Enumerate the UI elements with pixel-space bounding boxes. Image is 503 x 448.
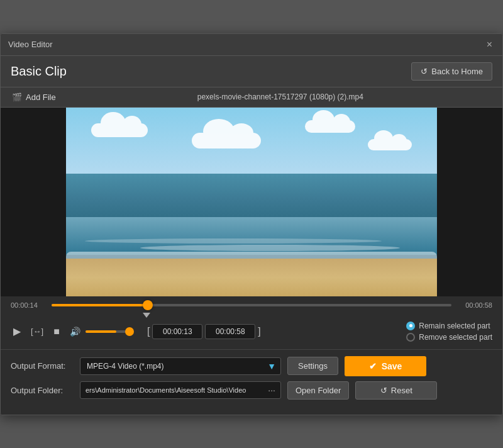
remove-radio[interactable]	[406, 333, 415, 342]
format-label: Output Format:	[11, 361, 74, 371]
bracket-left-button[interactable]: [	[147, 326, 150, 337]
remove-option[interactable]: Remove selected part	[406, 333, 492, 342]
file-name-label: pexels-movie-channet-17517297 (1080p) (2…	[66, 92, 495, 101]
header: Basic Clip ↺ Back to Home	[1, 56, 502, 87]
volume-icon-button[interactable]: 🔊	[67, 325, 83, 338]
video-editor-window: Video Editor × Basic Clip ↺ Back to Home…	[0, 33, 503, 415]
timeline-end-time: 00:00:58	[458, 301, 492, 309]
save-button[interactable]: ✔ Save	[345, 356, 426, 376]
folder-path-display: ers\Administrator\Documents\Aiseesoft St…	[80, 381, 281, 399]
trim-marker	[143, 313, 150, 318]
add-file-button[interactable]: 🎬 Add File	[8, 91, 60, 103]
title-bar: Video Editor ×	[1, 34, 502, 56]
wave-line-1	[140, 245, 400, 251]
add-file-icon: 🎬	[12, 92, 22, 102]
timeline-progress	[52, 304, 148, 306]
reset-button[interactable]: ↺ Reset	[355, 381, 437, 400]
folder-label: Output Folder:	[11, 386, 74, 395]
page-title: Basic Clip	[11, 64, 67, 79]
time-in-input[interactable]	[152, 324, 202, 339]
window-title: Video Editor	[8, 40, 53, 49]
reset-icon: ↺	[380, 386, 387, 395]
trim-button[interactable]: [↔]	[28, 325, 46, 337]
folder-path-text: ers\Administrator\Documents\Aiseesoft St…	[86, 386, 246, 394]
time-out-input[interactable]	[205, 324, 255, 339]
remain-option[interactable]: Remain selected part	[406, 322, 492, 330]
format-row: Output Format: MPEG-4 Video (*.mp4) ▼ Se…	[11, 356, 492, 376]
cloud-4	[368, 139, 412, 150]
stop-icon: ■	[53, 326, 60, 337]
format-select[interactable]: MPEG-4 Video (*.mp4)	[80, 357, 281, 375]
cloud-1	[91, 123, 148, 137]
format-select-wrapper: MPEG-4 Video (*.mp4) ▼	[80, 357, 281, 375]
cloud-2	[192, 133, 261, 148]
bracket-right-button[interactable]: ]	[258, 326, 260, 337]
dots-button[interactable]: ···	[268, 385, 275, 395]
action-buttons: ✔ Save	[345, 356, 426, 376]
timeline-track[interactable]	[52, 304, 451, 306]
video-preview	[66, 108, 437, 296]
timeline-thumb[interactable]	[143, 300, 153, 310]
sand-bg	[66, 259, 437, 296]
play-icon: ▶	[13, 326, 21, 337]
back-to-home-button[interactable]: ↺ Back to Home	[411, 62, 492, 81]
timeline-bar: 00:00:14 00:00:58	[11, 301, 492, 309]
controls-row: ▶ [↔] ■ 🔊 [ ] Remain selected part	[1, 316, 502, 349]
play-button[interactable]: ▶	[11, 324, 23, 339]
folder-row: Output Folder: ers\Administrator\Documen…	[11, 381, 492, 400]
toolbar: 🎬 Add File pexels-movie-channet-17517297…	[1, 87, 502, 108]
reset-btn-wrapper: ↺ Reset	[355, 381, 437, 400]
save-check-icon: ✔	[369, 361, 377, 371]
volume-progress	[86, 330, 116, 333]
options-section: Remain selected part Remove selected par…	[406, 322, 492, 342]
volume-control: 🔊	[67, 325, 130, 338]
wave-line-2	[85, 238, 382, 244]
settings-button[interactable]: Settings	[287, 357, 338, 375]
timeline-start-time: 00:00:14	[11, 301, 45, 309]
video-preview-container	[1, 108, 502, 296]
refresh-icon: ↺	[421, 67, 428, 76]
bottom-section: Output Format: MPEG-4 Video (*.mp4) ▼ Se…	[1, 349, 502, 415]
stop-button[interactable]: ■	[51, 325, 62, 339]
cloud-3	[305, 120, 355, 133]
volume-thumb[interactable]	[125, 327, 134, 336]
timeline-section: 00:00:14 00:00:58	[1, 296, 502, 316]
close-button[interactable]: ×	[484, 39, 495, 50]
open-folder-button[interactable]: Open Folder	[287, 381, 349, 400]
trim-icon: [↔]	[31, 327, 43, 336]
volume-track[interactable]	[86, 330, 130, 333]
time-inputs: [ ]	[147, 324, 261, 339]
remain-radio[interactable]	[406, 322, 415, 330]
